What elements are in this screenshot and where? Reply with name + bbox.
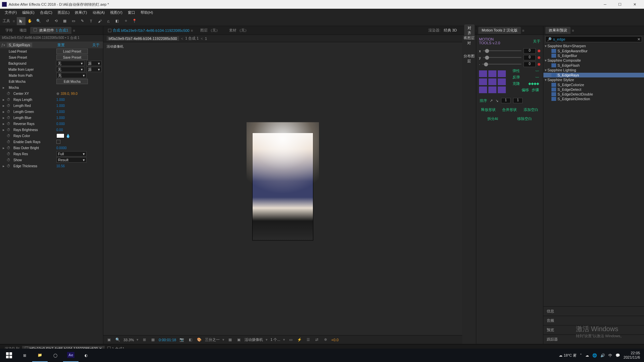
preset-group[interactable]: ▾Sapphire Lighting	[543, 68, 644, 73]
matte-path-select[interactable]: 无▾	[56, 73, 87, 78]
preset-item[interactable]: S_EdgeDetectDouble	[543, 92, 644, 97]
eyedropper-icon[interactable]: 💧	[66, 134, 70, 138]
reverse-value[interactable]: 0.000	[56, 122, 65, 126]
obs-icon[interactable]: ◯	[48, 349, 63, 362]
menu-composition[interactable]: 合成(C)	[37, 10, 55, 15]
selection-tool[interactable]	[17, 17, 25, 25]
preset-item[interactable]: S_EdgeColorize	[543, 82, 644, 87]
app-icon[interactable]: ◐	[78, 349, 94, 362]
slider-3-value[interactable]: 0	[524, 62, 536, 67]
notifications-icon[interactable]: 💬	[615, 353, 620, 358]
mt-split-ai[interactable]: 拆分AI	[487, 116, 498, 121]
menu-file[interactable]: 文件(F)	[2, 10, 19, 15]
matte-layer-src[interactable]: 源▾	[86, 67, 102, 72]
preset-item[interactable]: S_EdgeDetect	[543, 87, 644, 92]
pixel-aspect-icon[interactable]: ▭	[288, 337, 294, 343]
tab-character[interactable]: 字符	[2, 27, 16, 34]
record-dot-icon[interactable]	[538, 63, 540, 66]
mt-remove-null[interactable]: 移除空白	[517, 116, 532, 121]
mt-add-null[interactable]: 添加空白	[524, 107, 538, 112]
mt-bounce[interactable]: 反弹	[513, 75, 520, 80]
edge-thick-value[interactable]: 10.56	[56, 164, 65, 168]
color-icon[interactable]: 🎨	[196, 337, 202, 343]
exposure[interactable]: +0.0	[331, 338, 339, 342]
breadcrumb-2[interactable]: 1 合成 1	[185, 36, 199, 41]
tab-effect-controls[interactable]: 效果控件 1 合成1	[30, 27, 71, 34]
panel-menu-icon[interactable]: ≡	[572, 28, 574, 33]
preset-tree[interactable]: ▾Sapphire Blur+SharpenS_EdgeAwareBlurS_E…	[543, 44, 644, 175]
brush-tool[interactable]: 🖌	[95, 17, 104, 25]
anchor-bl[interactable]	[479, 86, 487, 93]
puppet-tool[interactable]: 📍	[130, 17, 139, 25]
preset-group[interactable]: ▾Sapphire Blur+Sharpen	[543, 44, 644, 49]
tab-menu-icon[interactable]: ≡	[191, 28, 193, 33]
volume-icon[interactable]: 🔊	[600, 353, 605, 358]
breadcrumb-1[interactable]: bf0a19e9-f1b7-4e86-b104-11922085c500	[107, 36, 179, 41]
viewer-tab-footage[interactable]: 素材 （无）	[224, 27, 253, 34]
record-dot-icon[interactable]	[538, 50, 540, 52]
mt-merge-shapes[interactable]: 合并形状	[502, 107, 517, 112]
fx-toggle-icon[interactable]: ƒx	[1, 43, 5, 47]
breadcrumb-3[interactable]: 1	[205, 37, 207, 41]
tab-motion-tools[interactable]: Motion Tools 2 汉化版	[478, 27, 521, 34]
seq-input-1[interactable]: 1	[501, 98, 511, 103]
edit-mocha-button[interactable]: Edit Mocha	[56, 79, 88, 84]
weather-widget[interactable]: ☁ 18°C 雾	[559, 353, 577, 358]
panel-menu-icon[interactable]: ≡	[522, 28, 524, 33]
matte-layer-select[interactable]: 无▾	[56, 67, 85, 72]
menu-animation[interactable]: 动画(A)	[90, 10, 108, 15]
anchor-tc[interactable]	[488, 70, 496, 77]
close-button[interactable]: ✕	[627, 0, 642, 9]
length-red-value[interactable]: 1.000	[56, 104, 65, 108]
panel-menu-icon[interactable]: ≡	[73, 28, 75, 33]
background-src[interactable]: 源▾	[86, 61, 102, 66]
length-green-value[interactable]: 1.000	[56, 110, 65, 114]
exposure-reset-icon[interactable]: ✲	[323, 337, 329, 343]
preset-group[interactable]: ▾Sapphire Stylize	[543, 77, 644, 82]
mt-about[interactable]: 关于	[533, 39, 540, 44]
rect-tool[interactable]: ▭	[69, 17, 78, 25]
menu-window[interactable]: 窗口	[125, 10, 138, 15]
preset-item[interactable]: S_EdgeAwareBlur	[543, 49, 644, 53]
panel-audio[interactable]: 音频	[543, 316, 644, 325]
seq-icon2[interactable]: ↘	[495, 99, 498, 103]
channel-icon[interactable]: ◧	[187, 337, 194, 343]
center-value[interactable]: 339.0, 99.0	[61, 92, 77, 96]
menu-layer[interactable]: 图层(L)	[55, 10, 72, 15]
menu-help[interactable]: 帮助(H)	[138, 10, 156, 15]
slider-3[interactable]	[482, 64, 522, 65]
record-dot-icon[interactable]	[538, 56, 540, 59]
tab-align[interactable]: 对齐	[464, 24, 475, 37]
rotate-tool[interactable]: ⟲	[52, 17, 60, 25]
mt-elastic[interactable]: 弹性	[513, 68, 520, 73]
preset-search-input[interactable]	[553, 37, 637, 41]
mt-overshoot[interactable]: 克隆	[513, 81, 520, 86]
explorer-icon[interactable]: 📁	[32, 349, 48, 362]
tab-project[interactable]: 项目	[16, 27, 30, 34]
anchor-br[interactable]	[498, 86, 506, 93]
onedrive-icon[interactable]: ☁	[585, 353, 589, 358]
rays-length-value[interactable]: 1.000	[56, 98, 65, 102]
background-select[interactable]: 无▾	[56, 61, 85, 66]
region-icon[interactable]: ▣	[106, 337, 112, 343]
stopwatch-icon[interactable]: ⏱	[6, 92, 11, 96]
seq-icon1[interactable]: ↗	[490, 99, 493, 103]
preset-item[interactable]: S_EdgesInDirection	[543, 97, 644, 101]
toolbar-menu-icon[interactable]: ≡	[13, 19, 15, 23]
viewer-tab-comp[interactable]: 合成 bf0a19e9-f1b7-4e86-b104-11922085c500≡	[105, 27, 196, 34]
ime-icon[interactable]: 中	[608, 353, 612, 358]
maximize-button[interactable]: ☐	[612, 0, 627, 9]
slider-y[interactable]	[483, 57, 522, 58]
renderer-value[interactable]: 经典 3D	[440, 28, 460, 33]
tray-chevron-icon[interactable]: ˄	[580, 353, 582, 358]
bias-value[interactable]: 0.0000	[56, 146, 67, 150]
load-preset-button[interactable]: Load Preset	[56, 49, 88, 54]
preset-item[interactable]: S_EdgeFlash	[543, 63, 644, 68]
zoom-tool[interactable]: 🔍	[34, 17, 43, 25]
effect-about[interactable]: 关于	[90, 43, 102, 48]
preset-item[interactable]: S_EdgeBlur	[543, 53, 644, 58]
composition-viewer[interactable]: 活动摄像机	[103, 42, 462, 335]
length-blue-value[interactable]: 1.000	[56, 116, 65, 120]
task-view-icon[interactable]: ⊞	[17, 349, 32, 362]
anchor-bc[interactable]	[488, 86, 496, 93]
